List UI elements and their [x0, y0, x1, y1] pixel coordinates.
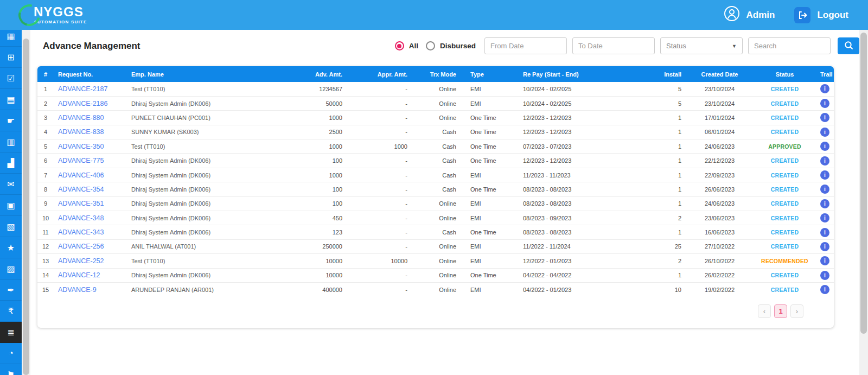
advance-checklist-icon: ≣: [7, 327, 14, 338]
sidebar-item-star[interactable]: ★: [0, 237, 22, 258]
trail-info-icon[interactable]: i: [820, 285, 829, 294]
pagination-page-1[interactable]: 1: [774, 304, 787, 318]
attendance-calendar-icon: ▥: [7, 137, 15, 147]
advance-type: EMI: [461, 282, 507, 296]
request-number-link[interactable]: ADVANCE-256: [58, 243, 104, 250]
page-scrollbar[interactable]: [859, 30, 868, 375]
radio-all[interactable]: All: [395, 41, 418, 50]
table-row: 11ADVANCE-343Dhiraj System Admin (DK006)…: [37, 225, 834, 239]
approved-amount: -: [347, 168, 412, 182]
from-date-input[interactable]: [484, 37, 567, 54]
employee-name: Test (TT010): [127, 139, 284, 154]
status-badge: CREATED: [754, 211, 816, 225]
trail-info-icon[interactable]: i: [820, 128, 829, 137]
sidebar-item-hand-location[interactable]: ☛: [0, 110, 22, 131]
col-header-install: Install: [634, 66, 686, 82]
sidebar-item-announcement[interactable]: ⚑: [0, 364, 22, 375]
sidebar-item-report-document[interactable]: ▤: [0, 89, 22, 110]
sidebar-item-attendance-calendar[interactable]: ▥: [0, 131, 22, 152]
trail-info-icon[interactable]: i: [820, 84, 829, 93]
pagination-prev-button[interactable]: ‹: [758, 304, 771, 318]
approved-amount: 10000: [347, 254, 412, 268]
sidebar-item-lab-flask[interactable]: ✒: [0, 279, 22, 301]
repay-range: 10/2024 - 02/2025: [507, 96, 634, 110]
row-sn: 14: [37, 268, 54, 282]
request-number-link[interactable]: ADVANCE-350: [58, 143, 104, 150]
trail-info-icon[interactable]: i: [820, 156, 829, 166]
request-number-link[interactable]: ADVANCE-9: [58, 286, 97, 294]
advance-table: # Request No. Emp. Name Adv. Amt. Appr. …: [37, 66, 834, 297]
col-header-trail: Trail: [816, 66, 834, 82]
trail-info-icon[interactable]: i: [820, 170, 829, 180]
request-number-link[interactable]: ADVANCE-838: [58, 128, 104, 136]
sidebar-item-pie-report[interactable]: ◔: [0, 343, 22, 364]
sidebar-item-dashboard[interactable]: ▦: [0, 30, 22, 47]
request-number-link[interactable]: ADVANCE-12: [58, 271, 100, 279]
trail-info-icon[interactable]: i: [820, 199, 829, 208]
request-number-link[interactable]: ADVANCE-2187: [58, 85, 107, 93]
sidebar-item-money-hand[interactable]: ₹: [0, 301, 22, 322]
status-select[interactable]: Status ▼: [660, 37, 743, 54]
advance-type: One Time: [461, 111, 507, 125]
employee-name: Dhiraj System Admin (DK006): [127, 268, 284, 282]
sidebar-item-calendar-check[interactable]: ☑: [0, 68, 22, 89]
approved-amount: -: [347, 211, 412, 225]
sidebar-item-bar-chart-report[interactable]: ▟: [0, 152, 22, 174]
sidebar-item-clipboard-documents[interactable]: ▧: [0, 216, 22, 237]
request-number-link[interactable]: ADVANCE-351: [58, 200, 104, 207]
request-link: ADVANCE-880: [54, 111, 127, 125]
trail-info-icon[interactable]: i: [820, 271, 829, 280]
employee-name: SUNNY KUMAR (SK003): [127, 125, 284, 139]
logout-button[interactable]: Logout: [794, 7, 848, 23]
trail-info-icon[interactable]: i: [820, 228, 829, 237]
request-number-link[interactable]: ADVANCE-2186: [58, 100, 107, 107]
search-button[interactable]: [838, 37, 859, 54]
request-link: ADVANCE-9: [54, 282, 127, 296]
pagination-next-button[interactable]: ›: [790, 304, 803, 318]
table-row: 12ADVANCE-256ANIL THALWAL (AT001)250000-…: [37, 239, 834, 253]
request-number-link[interactable]: ADVANCE-775: [58, 157, 104, 164]
sidebar-item-folder-laptop[interactable]: ▨: [0, 258, 22, 279]
request-link: ADVANCE-354: [54, 182, 127, 196]
repay-range: 12/2023 - 12/2023: [507, 111, 634, 125]
request-number-link[interactable]: ADVANCE-880: [58, 114, 104, 122]
request-link: ADVANCE-256: [54, 239, 127, 253]
trail-cell: i: [816, 225, 834, 239]
trail-info-icon[interactable]: i: [820, 113, 829, 122]
repay-range: 10/2024 - 02/2025: [507, 82, 634, 96]
user-avatar-icon: [724, 5, 740, 24]
sidebar-scrollbar[interactable]: [22, 30, 30, 375]
install-count: 10: [634, 282, 686, 296]
admin-menu[interactable]: Admin: [724, 5, 775, 24]
request-number-link[interactable]: ADVANCE-348: [58, 214, 104, 222]
sidebar-item-advance-checklist[interactable]: ≣: [0, 322, 22, 343]
advance-amount: 10000: [284, 268, 347, 282]
trail-info-icon[interactable]: i: [820, 256, 829, 265]
radio-all-icon[interactable]: [395, 41, 404, 50]
trx-mode: Cash: [412, 125, 461, 139]
request-number-link[interactable]: ADVANCE-343: [58, 228, 104, 236]
install-count: 1: [634, 268, 686, 282]
advance-type: EMI: [461, 82, 507, 96]
request-number-link[interactable]: ADVANCE-406: [58, 171, 104, 179]
search-input[interactable]: [748, 37, 831, 54]
table-row: 10ADVANCE-348Dhiraj System Admin (DK006)…: [37, 211, 834, 225]
trx-mode: Cash: [412, 225, 461, 239]
repay-range: 07/2023 - 07/2023: [507, 139, 634, 154]
sidebar-item-calendar-add[interactable]: ⊞: [0, 47, 22, 68]
trail-info-icon[interactable]: i: [820, 185, 829, 194]
col-header-sn: #: [37, 66, 54, 82]
trail-info-icon[interactable]: i: [820, 213, 829, 223]
to-date-input[interactable]: [572, 37, 655, 54]
trail-info-icon[interactable]: i: [820, 99, 829, 108]
sidebar-item-briefcase[interactable]: ▣: [0, 195, 22, 216]
advance-type: EMI: [461, 168, 507, 182]
sidebar-item-payroll-envelope[interactable]: ✉: [0, 174, 22, 195]
radio-disbursed-icon[interactable]: [426, 41, 435, 50]
trail-info-icon[interactable]: i: [820, 242, 829, 251]
request-number-link[interactable]: ADVANCE-252: [58, 257, 104, 265]
trail-info-icon[interactable]: i: [820, 142, 829, 151]
advance-type: One Time: [461, 125, 507, 139]
request-number-link[interactable]: ADVANCE-354: [58, 186, 104, 193]
radio-disbursed[interactable]: Disbursed: [426, 41, 476, 50]
